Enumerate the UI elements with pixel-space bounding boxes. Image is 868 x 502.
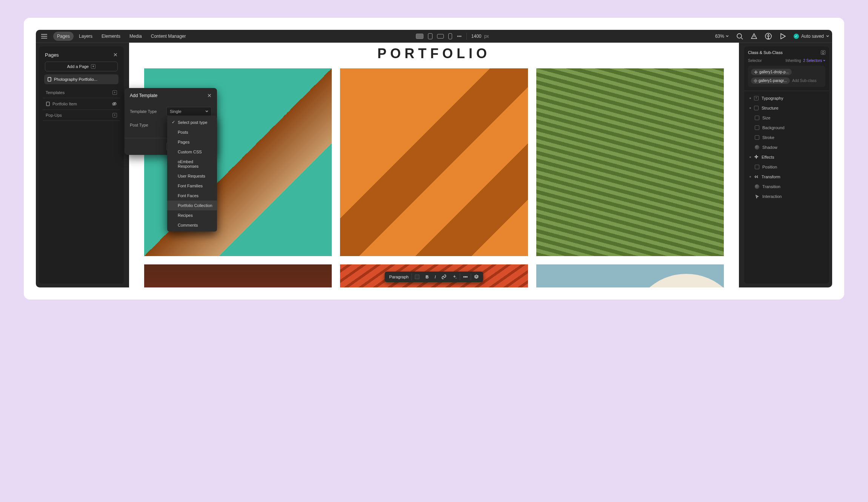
- chevron-down-icon: [205, 110, 208, 113]
- prop-transform[interactable]: Transform: [748, 172, 825, 182]
- prop-interaction[interactable]: Interaction: [748, 192, 825, 201]
- templates-label: Templates: [46, 90, 65, 95]
- layers-button[interactable]: [471, 273, 482, 281]
- nav-layers[interactable]: Layers: [75, 32, 96, 41]
- nav-content-manager[interactable]: Content Manager: [147, 32, 190, 41]
- dropdown-item[interactable]: Recipes: [167, 210, 217, 220]
- add-page-button[interactable]: Add a Page +: [45, 62, 118, 71]
- prop-label: Effects: [762, 155, 774, 159]
- dropdown-item-label: Recipes: [178, 213, 193, 218]
- prop-structure[interactable]: Structure: [748, 103, 825, 113]
- portfolio-item-row[interactable]: Portfolio Item: [43, 98, 120, 110]
- add-popup-icon[interactable]: +: [112, 113, 117, 117]
- page-item-current[interactable]: Photography Portfolio...: [44, 74, 119, 84]
- prop-position[interactable]: Position: [748, 162, 825, 172]
- color-swatch[interactable]: [412, 273, 423, 281]
- bold-button[interactable]: B: [423, 273, 432, 281]
- nav-media[interactable]: Media: [126, 32, 146, 41]
- prop-label: Interaction: [762, 194, 782, 199]
- prop-label: Position: [762, 165, 777, 169]
- nav-elements[interactable]: Elements: [98, 32, 124, 41]
- device-tablet-portrait-icon[interactable]: [428, 33, 432, 39]
- dropdown-item[interactable]: oEmbed Responses: [167, 157, 217, 171]
- device-tablet-landscape-icon[interactable]: [437, 34, 444, 39]
- prop-transition[interactable]: Transition: [748, 182, 825, 192]
- templates-section[interactable]: Templates +: [43, 87, 120, 98]
- autosave-status[interactable]: ✓ Auto saved: [794, 34, 829, 39]
- canvas-width: 1400: [471, 34, 482, 39]
- background-icon: [755, 125, 759, 130]
- ai-button[interactable]: [449, 273, 460, 281]
- structure-icon: [754, 106, 759, 110]
- dropdown-item[interactable]: User Requests: [167, 171, 217, 181]
- expand-icon[interactable]: [821, 50, 825, 55]
- template-type-select[interactable]: Single: [166, 107, 212, 116]
- context-toolbar: Paragraph B I: [385, 272, 483, 282]
- gallery-item[interactable]: [536, 68, 724, 256]
- add-template-icon[interactable]: +: [112, 90, 117, 95]
- close-icon[interactable]: ✕: [113, 52, 118, 58]
- device-desktop-icon[interactable]: [416, 34, 423, 39]
- modal-title: Add Template: [130, 93, 157, 98]
- dropdown-item[interactable]: ✓ Select post type: [167, 117, 217, 127]
- dropdown-item[interactable]: Font Faces: [167, 191, 217, 201]
- canvas-size[interactable]: 1400 px: [471, 34, 489, 39]
- prop-stroke[interactable]: Stroke: [748, 133, 825, 142]
- element-type-selector[interactable]: Paragraph: [386, 273, 411, 281]
- class-token[interactable]: gallery1-paragr...: [751, 77, 790, 84]
- menu-icon[interactable]: [39, 32, 49, 41]
- transform-icon: [754, 175, 759, 179]
- svg-point-5: [768, 34, 769, 35]
- svg-rect-6: [48, 77, 51, 81]
- nav-tabs: Pages Layers Elements Media Content Mana…: [53, 32, 190, 41]
- class-token[interactable]: gallery1-droip-p...: [751, 69, 792, 75]
- page-name: Photography Portfolio...: [54, 77, 97, 82]
- accessibility-icon[interactable]: [765, 33, 772, 40]
- zoom-control[interactable]: 63%: [715, 34, 729, 39]
- dropdown-item[interactable]: Posts: [167, 127, 217, 137]
- move-icon: [754, 70, 758, 74]
- add-subclass-button[interactable]: Add Sub-class: [792, 79, 816, 83]
- canvas-content: PORTFOLIO: [129, 43, 739, 287]
- dropdown-item[interactable]: Custom CSS: [167, 147, 217, 157]
- more-options-button[interactable]: [460, 273, 471, 281]
- play-icon[interactable]: [779, 33, 786, 40]
- typography-icon: [754, 96, 759, 100]
- svg-point-10: [465, 276, 466, 277]
- popups-section[interactable]: Pop-Ups +: [43, 110, 120, 121]
- more-devices-icon[interactable]: [457, 34, 462, 39]
- nav-pages[interactable]: Pages: [53, 32, 74, 41]
- gallery-item[interactable]: [536, 264, 724, 287]
- gallery-item[interactable]: [340, 68, 528, 256]
- page-icon: [46, 102, 50, 106]
- dropdown-item[interactable]: Comments: [167, 220, 217, 230]
- dropdown-item[interactable]: Portfolio Collection: [167, 201, 217, 210]
- prop-label: Structure: [762, 106, 779, 110]
- search-icon[interactable]: [736, 33, 743, 40]
- prop-size[interactable]: Size: [748, 113, 825, 123]
- size-icon: [755, 116, 759, 120]
- chevron-down-icon: [726, 35, 729, 38]
- dropdown-item[interactable]: Pages: [167, 137, 217, 147]
- add-page-label: Add a Page: [67, 64, 89, 69]
- prop-label: Typography: [762, 96, 783, 100]
- dropdown-item[interactable]: Font Families: [167, 181, 217, 191]
- visibility-off-icon[interactable]: [112, 101, 117, 107]
- prop-background[interactable]: Background: [748, 123, 825, 133]
- close-icon[interactable]: ✕: [207, 93, 212, 99]
- selectors-count[interactable]: 2 Selectors: [803, 59, 825, 63]
- prop-shadow[interactable]: Shadow: [748, 142, 825, 152]
- page-icon: [47, 77, 52, 82]
- gallery-item[interactable]: [144, 264, 332, 287]
- dropdown-item-label: Custom CSS: [178, 150, 202, 154]
- warning-icon[interactable]: [751, 33, 757, 40]
- device-mobile-icon[interactable]: [448, 33, 452, 39]
- italic-button[interactable]: I: [432, 273, 439, 281]
- prop-effects[interactable]: Effects: [748, 152, 825, 162]
- class-panel-title: Class & Sub-Class: [748, 50, 783, 55]
- link-button[interactable]: [439, 273, 449, 281]
- svg-point-1: [459, 36, 460, 37]
- prop-label: Background: [762, 125, 785, 130]
- prop-typography[interactable]: Typography: [748, 93, 825, 103]
- dropdown-item-label: Font Families: [178, 184, 203, 188]
